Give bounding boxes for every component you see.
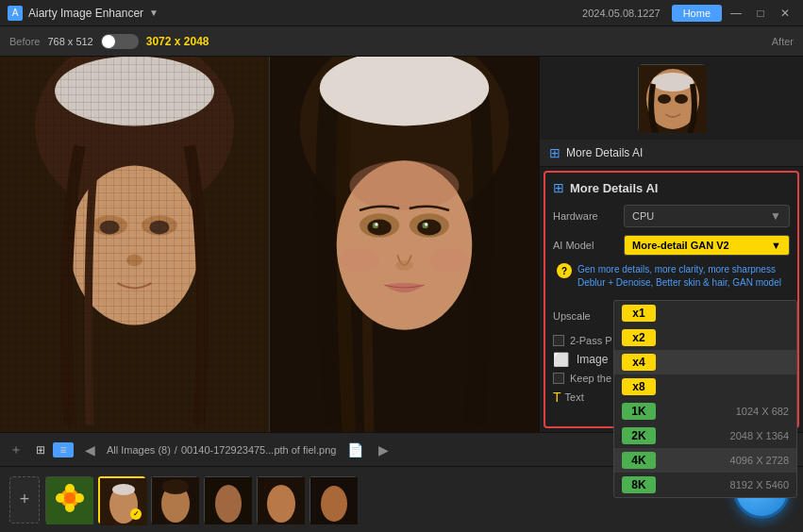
x2-badge: x2 (622, 329, 656, 346)
8k-size: 8192 X 5460 (730, 479, 789, 490)
svg-point-36 (56, 493, 65, 503)
title-bar-left: A Aiarty Image Enhancer ▼ (8, 6, 159, 21)
1k-badge: 1K (622, 403, 656, 420)
thumb-face4-svg (258, 477, 305, 524)
thumbnail-5[interactable] (257, 476, 304, 524)
svg-point-37 (65, 503, 75, 512)
dropdown-item-x4[interactable]: x4 (614, 350, 796, 374)
next-icon[interactable]: ▶ (375, 441, 393, 459)
svg-point-19 (417, 220, 441, 236)
app-icon: A (8, 6, 23, 21)
pixel-grid-overlay (0, 57, 269, 432)
thumb-flower-svg (46, 477, 93, 524)
dropdown-item-2k[interactable]: 2K 2048 X 1364 (614, 424, 796, 448)
ai-model-select[interactable]: More-detail GAN V2 ▼ (624, 235, 790, 256)
grid-view-icon[interactable]: ⊞ (30, 442, 51, 457)
thumbnail-1[interactable] (45, 476, 92, 524)
all-images-label: All Images (8) (107, 444, 171, 456)
thumbnail-svg (639, 65, 707, 133)
svg-point-44 (162, 479, 189, 494)
two-pass-label: 2-Pass P (570, 335, 612, 346)
svg-point-30 (658, 94, 671, 104)
hardware-select[interactable]: CPU ▼ (624, 205, 790, 227)
text-label: Text (565, 391, 584, 403)
thumbnail-3[interactable] (151, 476, 198, 524)
svg-point-18 (367, 220, 391, 236)
thumb-face1-svg (100, 478, 147, 525)
two-pass-checkbox[interactable] (553, 335, 564, 346)
section-header-bar: ⊞ More Details AI (540, 140, 803, 167)
panel-title-icon: ⊞ (553, 180, 564, 195)
svg-point-41 (112, 484, 135, 495)
hardware-dropdown-arrow: ▼ (770, 209, 781, 223)
main-content: ⊞ More Details AI ⊞ More Details AI Hard… (0, 57, 803, 432)
thumbnail-area (540, 57, 803, 140)
after-label: After (772, 36, 794, 47)
x8-badge: x8 (622, 378, 656, 395)
svg-point-22 (375, 223, 377, 225)
thumbnail-image (638, 64, 706, 132)
minimize-button[interactable]: — (726, 5, 746, 22)
thumbnail-4[interactable] (204, 476, 251, 524)
page-icon[interactable]: 📄 (343, 441, 367, 459)
keep-the-checkbox[interactable] (553, 373, 564, 384)
1k-size: 1024 X 682 (736, 406, 789, 417)
dropdown-item-x2[interactable]: x2 (614, 325, 796, 350)
all-images-nav: All Images (8) / 00140-172923475...pth o… (107, 444, 336, 456)
after-face-svg (270, 57, 539, 432)
before-image (0, 57, 269, 432)
add-icon[interactable]: ＋ (9, 441, 23, 458)
x4-badge: x4 (622, 354, 656, 371)
title-bar-right: 2024.05.08.1227 Home — □ ✕ (582, 5, 795, 22)
image-icon: ⬜ (553, 352, 569, 367)
app-title: Aiarty Image Enhancer (28, 7, 143, 20)
thumbnail-2[interactable]: ✓ (98, 476, 145, 524)
x1-badge: x1 (622, 305, 656, 322)
prev-icon[interactable]: ◀ (81, 441, 99, 459)
svg-point-48 (267, 485, 295, 523)
8k-badge: 8K (622, 476, 656, 493)
title-dropdown-arrow[interactable]: ▼ (149, 8, 159, 18)
dropdown-item-4k[interactable]: 4K 4096 X 2728 (614, 448, 796, 473)
thumb-face3-svg (205, 477, 252, 524)
svg-point-23 (425, 223, 427, 225)
compare-toggle[interactable] (101, 34, 139, 49)
maximize-button[interactable]: □ (750, 5, 771, 22)
ai-model-row: AI Model More-detail GAN V2 ▼ (553, 235, 790, 256)
ai-model-label: AI Model (553, 240, 624, 251)
dropdown-item-1k[interactable]: 1K 1024 X 682 (614, 399, 796, 424)
thumb-face5-svg (310, 477, 358, 524)
toolbar: Before 768 x 512 3072 x 2048 After (0, 26, 803, 57)
add-button[interactable]: + (9, 476, 40, 524)
before-label: Before (9, 36, 40, 47)
svg-point-35 (75, 493, 84, 503)
after-image (270, 57, 539, 432)
filename: 00140-172923475...pth of fiel.png (181, 444, 337, 456)
ai-description: Gen more details, more clarity, more sha… (577, 263, 781, 290)
svg-point-46 (215, 485, 242, 523)
thumbnail-6[interactable] (309, 476, 357, 524)
details-panel: ⊞ More Details AI Hardware CPU ▼ AI Mode… (544, 171, 799, 428)
list-view-icon[interactable]: ≡ (53, 442, 74, 457)
panel-title-row: ⊞ More Details AI (553, 180, 790, 195)
close-button[interactable]: ✕ (775, 5, 795, 22)
version-label: 2024.05.08.1227 (582, 8, 661, 19)
2k-badge: 2K (622, 427, 656, 444)
home-button[interactable]: Home (672, 5, 722, 22)
upscale-dropdown-menu: x1 x2 x4 x8 1K 1024 X 682 2K 2048 X 1364 (613, 300, 797, 498)
toggle-knob (102, 35, 115, 48)
dropdown-item-x1[interactable]: x1 (614, 301, 796, 325)
side-panel: ⊞ More Details AI ⊞ More Details AI Hard… (539, 57, 803, 432)
dropdown-item-x8[interactable]: x8 (614, 374, 796, 399)
dropdown-item-8k[interactable]: 8K 8192 X 5460 (614, 473, 796, 497)
output-size: 3072 x 2048 (146, 35, 209, 48)
help-icon[interactable]: ? (557, 263, 572, 278)
thumb-check: ✓ (130, 508, 142, 520)
panel-title-text: More Details AI (570, 181, 658, 195)
ai-model-dropdown-arrow: ▼ (771, 240, 781, 251)
hardware-label: Hardware (553, 210, 624, 222)
svg-point-38 (64, 492, 75, 504)
hardware-value: CPU (632, 210, 654, 222)
ai-desc-row: ? Gen more details, more clarity, more s… (555, 263, 790, 297)
text-badge-icon: T (553, 390, 561, 405)
